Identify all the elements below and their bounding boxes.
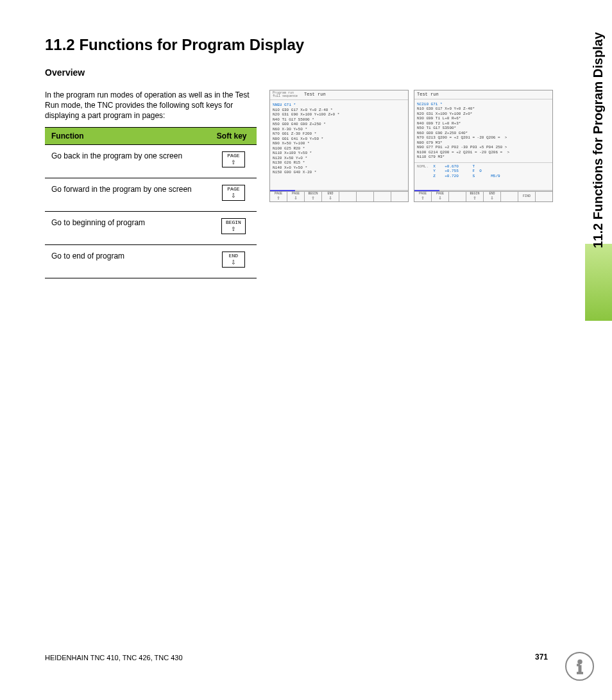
softkey-cell: PAGE ⇧ [210,145,257,178]
softkey-page-up: PAGE ⇧ [222,151,245,167]
program-first-line: %NEU G71 * [273,103,296,107]
th-function: Function [45,128,210,145]
sk-slot: PAGE⇩ [432,192,449,201]
softkey-begin: BEGIN ⇧ [221,218,246,234]
table-row: Go to beginning of program BEGIN ⇧ [45,212,257,245]
footer-model-text: HEIDENHAIN TNC 410, TNC 426, TNC 430 [45,654,183,662]
table-row: Go forward in the program by one screen … [45,178,257,212]
noml-values: X +0.670 Y +0.755 Z +0.720 [433,164,459,179]
softkey-bar: PAGE⇧ PAGE⇩ BEGIN⇧ END⇩ FIND [414,191,552,201]
side-accent-band [585,244,612,321]
arrow-down-icon: ⇩ [226,192,241,200]
sk-slot [357,192,374,201]
screenshot-test-run-1: Program run full sequence Test run %NEU … [269,90,409,202]
table-row: Go to end of program END ⇩ [45,245,257,278]
arrow-up-icon: ⇧ [226,225,241,233]
sk-slot [374,192,391,201]
intro-paragraph: In the program run modes of operation as… [45,90,257,121]
sk-slot [501,192,518,201]
arrow-up-icon: ⇧ [226,158,241,166]
screenshot-test-run-2: Test run %C210 G71 * N10 G30 G17 X+0 Y+0… [414,90,553,202]
func-label: Go back in the program by one screen [45,145,210,178]
overview-heading: Overview [45,67,85,78]
sk-slot: PAGE⇧ [414,192,432,201]
sk-slot [449,192,466,201]
func-label: Go forward in the program by one screen [45,178,210,212]
arrow-down-icon: ⇩ [226,259,241,266]
sk-slot: FIND [518,192,536,201]
sk-slot: BEGIN⇧ [466,192,484,201]
softkey-page-down: PAGE ⇩ [222,185,245,201]
sk-slot: PAGE⇧ [270,192,287,201]
func-label: Go to beginning of program [45,212,210,245]
program-code: N10 G30 G17 X+0 Y+0 Z-40* N20 G31 X+100 … [417,107,509,159]
info-icon [565,652,594,681]
sk-slot [536,192,552,201]
softkey-cell: END ⇩ [210,245,257,278]
sk-slot [339,192,357,201]
program-first-line: %C210 G71 * [417,102,443,107]
status-right: T F 0 S M5/9 [472,164,500,179]
sk-slot: END⇩ [322,192,339,201]
svg-point-0 [578,660,581,663]
softkey-end: END ⇩ [222,252,245,268]
mode-label: Program run full sequence [273,92,298,98]
sk-slot: PAGE⇩ [287,192,305,201]
softkey-bar: PAGE⇧ PAGE⇩ BEGIN⇧ END⇩ [270,191,408,201]
softkey-cell: PAGE ⇩ [210,178,257,212]
status-panel: NOML. X +0.670 Y +0.755 Z +0.720 T F 0 S… [414,162,552,180]
sk-slot: BEGIN⇧ [305,192,322,201]
func-label: Go to end of program [45,245,210,278]
program-listing: %NEU G71 * N10 G30 G17 X+0 Y+0 Z-40 * N2… [270,100,408,178]
mode-title: Test run [304,92,326,98]
page-number: 371 [535,653,548,662]
sk-slot [391,192,408,201]
page-title: 11.2 Functions for Program Display [45,36,304,54]
table-row: Go back in the program by one screen PAG… [45,145,257,178]
program-code: N10 G30 G17 X+0 Y+0 Z-40 * N20 G31 G90 X… [273,108,339,175]
side-tab-title: 11.2 Functions for Program Display [591,32,606,248]
sk-slot: END⇩ [484,192,501,201]
functions-table: Function Soft key Go back in the program… [45,127,257,278]
th-softkey: Soft key [210,128,257,145]
noml-label: NOML. [417,164,429,169]
program-listing: %C210 G71 * N10 G30 G17 X+0 Y+0 Z-40* N2… [414,99,552,162]
mode-title: Test run [417,92,439,98]
softkey-cell: BEGIN ⇧ [210,212,257,245]
